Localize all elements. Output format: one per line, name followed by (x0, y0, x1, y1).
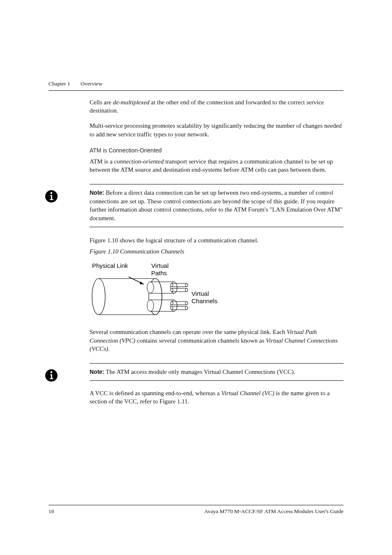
fig-label-vp2: Paths (151, 269, 167, 276)
note-rule-top (90, 363, 344, 364)
note-label: Note: (90, 189, 104, 196)
note-rule-top (90, 184, 344, 184)
info-icon (44, 189, 58, 206)
note-text: Before a direct data connection can be s… (90, 189, 343, 221)
svg-point-12 (171, 302, 173, 305)
svg-point-11 (185, 288, 188, 292)
body-cont2: A VCC is defined as spanning end-to-end,… (48, 381, 344, 406)
paragraph: A VCC is defined as spanning end-to-end,… (90, 389, 344, 406)
fig-label-physical: Physical Link (92, 262, 128, 269)
note-text: The ATM access module only manages Virtu… (104, 368, 295, 375)
chapter-title: Overview (81, 81, 102, 87)
note-body: Note: The ATM access module only manages… (90, 368, 344, 376)
svg-point-6 (147, 300, 154, 311)
note: Note: The ATM access module only manages… (48, 363, 344, 381)
paragraph: ATM is a connection-oriented transport s… (90, 157, 344, 174)
fig-label-vc2: Channels (191, 297, 217, 304)
svg-point-13 (185, 302, 188, 305)
svg-point-2 (92, 279, 105, 315)
paragraph: Multi-service processing promotes scalab… (90, 122, 344, 138)
figure-communication-channels: Physical Link Virtual Paths Virtual Chan… (90, 260, 344, 324)
page: Chapter 1 Overview Cells are de-multiple… (0, 0, 392, 555)
svg-point-15 (185, 306, 188, 310)
svg-point-14 (171, 306, 173, 310)
figure-caption: Figure 1.10 Communication Channels (90, 247, 344, 256)
svg-point-1 (51, 192, 53, 194)
footer: 18 Avaya M770 M-ACCF/SF ATM Access Modul… (48, 505, 344, 516)
running-head: Chapter 1 Overview (48, 80, 344, 88)
svg-point-9 (185, 283, 188, 287)
body-cont: Figure 1.10 shows the logical structure … (48, 227, 344, 353)
note-body: Note: Before a direct data connection ca… (90, 189, 344, 223)
paragraph: Several communication channels can opera… (90, 328, 344, 353)
note: Note: Before a direct data connection ca… (48, 184, 344, 227)
page-number: 18 (48, 508, 54, 516)
subheading: ATM is Connection-Oriented (90, 147, 344, 154)
paragraph: Cells are de-multiplexed at the other en… (90, 98, 344, 115)
note-label: Note: (90, 368, 104, 375)
footer-rule (48, 505, 344, 505)
fig-label-vc1: Virtual (191, 290, 209, 297)
chapter-label: Chapter 1 (48, 81, 70, 87)
svg-marker-17 (140, 281, 144, 284)
svg-point-19 (51, 371, 53, 373)
paragraph: Figure 1.10 shows the logical structure … (90, 236, 344, 245)
footer-title: Avaya M770 M-ACCF/SF ATM Access Modules … (204, 508, 344, 516)
body: Cells are de-multiplexed at the other en… (48, 91, 344, 174)
fig-label-vp1: Virtual (151, 262, 168, 269)
svg-point-10 (171, 288, 173, 292)
svg-point-8 (171, 283, 173, 287)
svg-point-4 (147, 282, 154, 293)
info-icon (44, 368, 58, 385)
